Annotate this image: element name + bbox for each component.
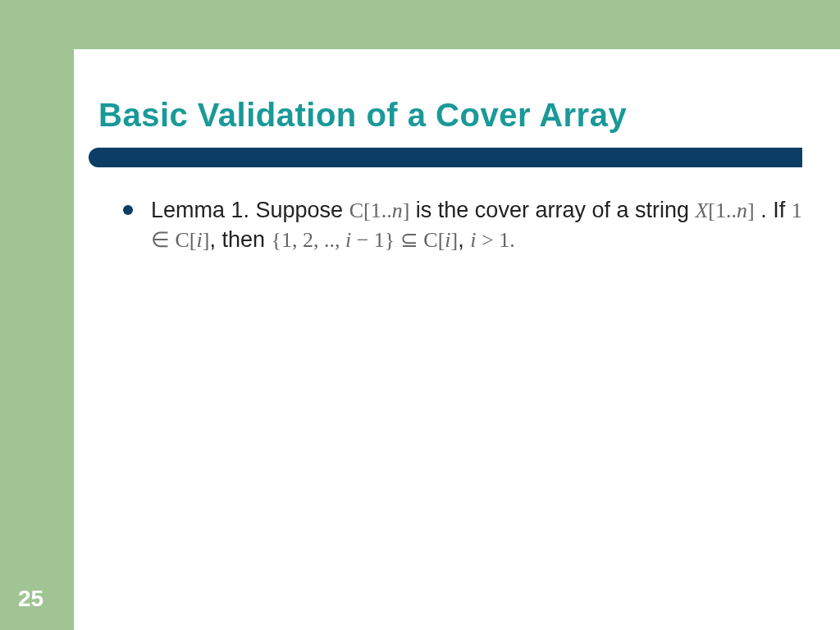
- math-subset: {1, 2, .., i − 1} ⊆ C[i]: [271, 228, 458, 252]
- lemma-mid3: , then: [209, 227, 271, 252]
- math-i-gt-1: i > 1.: [470, 228, 514, 252]
- lemma-mid4: ,: [458, 227, 470, 252]
- slide-title: Basic Validation of a Cover Array: [98, 97, 627, 134]
- slide-content: Basic Validation of a Cover Array Lemma …: [74, 49, 840, 630]
- slide-body: Lemma 1. Suppose C[1..n] is the cover ar…: [123, 195, 804, 255]
- math-string: X[1..n]: [695, 199, 754, 222]
- bullet-item: Lemma 1. Suppose C[1..n] is the cover ar…: [123, 195, 804, 255]
- page-number: 25: [18, 586, 43, 612]
- top-accent-strip: [74, 0, 840, 49]
- sidebar-accent: [0, 0, 74, 630]
- bullet-icon: [123, 205, 133, 215]
- lemma-mid1: is the cover array of a string: [409, 198, 695, 222]
- title-underline-bar: [89, 148, 802, 167]
- lemma-text: Lemma 1. Suppose C[1..n] is the cover ar…: [151, 195, 804, 255]
- lemma-lead: Lemma 1. Suppose: [151, 198, 349, 222]
- lemma-mid2: . If: [755, 198, 792, 222]
- math-cover-array: C[1..n]: [349, 199, 410, 222]
